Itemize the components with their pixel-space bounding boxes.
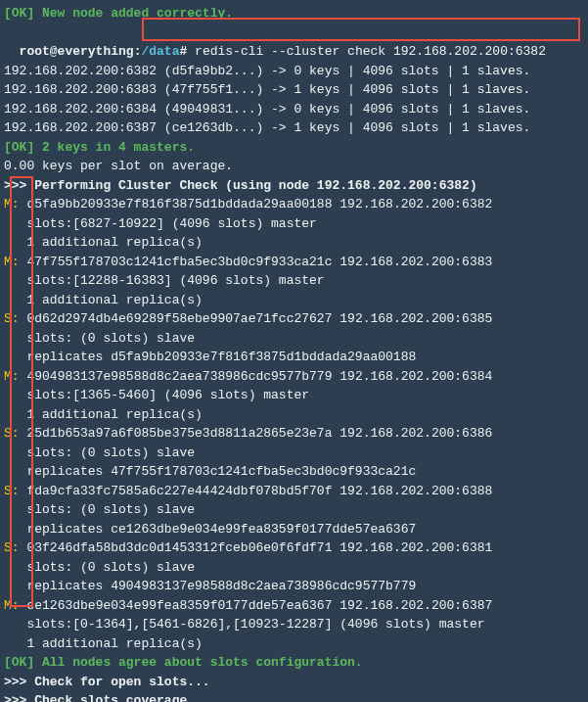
prompt-path: /data (141, 44, 179, 59)
node-role: S: (4, 426, 20, 441)
node-id: 4904983137e98588d8c2aea738986cdc9577b779… (26, 369, 492, 384)
node-extra: 1 additional replica(s) (4, 291, 584, 310)
node-role: S: (4, 540, 20, 555)
node-extra: replicates 4904983137e98588d8c2aea738986… (4, 577, 584, 596)
prompt-user: root@everything (20, 44, 134, 59)
command-text: redis-cli --cluster check 192.168.202.20… (195, 44, 546, 59)
check-open: >>> Check for open slots... (4, 673, 584, 692)
node-extra: replicates 47f755f178703c1241cfba5ec3bd0… (4, 462, 584, 482)
slot-summary-2: 192.168.202.200:6384 (49049831...) -> 0 … (4, 100, 584, 119)
node-line: S: fda9cfa33fc7585a6c227e44424dbf078bd5f… (4, 482, 584, 501)
node-role: S: (4, 484, 20, 498)
node-line: S: 03f246dfa58bd3dc0d1453312fceb06e0f6fd… (4, 538, 584, 558)
prompt-line-1[interactable]: root@everything:/data# redis-cli --clust… (4, 23, 584, 62)
ok-new-node: [OK] New node added correctly. (4, 4, 584, 23)
ok-nodes-agree: [OK] All nodes agree about slots configu… (4, 653, 584, 673)
node-id: 25d1b653a97a6f085be375e3d8811a2865e23e7a… (26, 426, 492, 441)
node-extra: replicates ce1263dbe9e034e99fea8359f0177… (4, 520, 584, 539)
node-role: M: (4, 255, 20, 269)
node-slots: slots: (0 slots) slave (4, 444, 584, 463)
node-line: M: ce1263dbe9e034e99fea8359f0177dde57ea6… (4, 596, 584, 616)
slot-summary-1: 192.168.202.200:6383 (47f755f1...) -> 1 … (4, 80, 584, 100)
prompt-end: # (179, 44, 187, 59)
node-id: fda9cfa33fc7585a6c227e44424dbf078bd5f70f… (26, 484, 492, 498)
node-slots: slots: (0 slots) slave (4, 500, 584, 520)
node-slots: slots:[6827-10922] (4096 slots) master (4, 214, 584, 234)
node-slots: slots: (0 slots) slave (4, 558, 584, 578)
node-slots: slots: (0 slots) slave (4, 329, 584, 349)
node-role: M: (4, 598, 20, 613)
node-role: M: (4, 197, 20, 211)
node-line: M: 47f755f178703c1241cfba5ec3bd0c9f933ca… (4, 253, 584, 272)
node-id: ce1263dbe9e034e99fea8359f0177dde57ea6367… (26, 598, 492, 613)
node-id: 47f755f178703c1241cfba5ec3bd0c9f933ca21c… (26, 255, 492, 269)
node-extra: replicates d5fa9bb20933e7f816f3875d1bdda… (4, 348, 584, 367)
node-slots: slots:[0-1364],[5461-6826],[10923-12287]… (4, 615, 584, 634)
perform-check: >>> Performing Cluster Check (using node… (4, 176, 584, 196)
node-id: 0d62d2974db4e69289f58ebe9907ae71fcc27627… (26, 311, 492, 326)
node-id: d5fa9bb20933e7f816f3875d1bddada29aa00188… (26, 197, 492, 211)
node-line: S: 0d62d2974db4e69289f58ebe9907ae71fcc27… (4, 309, 584, 329)
node-line: M: d5fa9bb20933e7f816f3875d1bddada29aa00… (4, 195, 584, 214)
node-role: S: (4, 311, 20, 326)
node-extra: 1 additional replica(s) (4, 233, 584, 253)
node-slots: slots:[1365-5460] (4096 slots) master (4, 386, 584, 405)
slot-summary-0: 192.168.202.200:6382 (d5fa9bb2...) -> 0 … (4, 62, 584, 81)
node-id: 03f246dfa58bd3dc0d1453312fceb06e0f6fdf71… (26, 540, 492, 555)
avg-keys: 0.00 keys per slot on average. (4, 157, 584, 176)
ok-keys: [OK] 2 keys in 4 masters. (4, 138, 584, 158)
node-slots: slots:[12288-16383] (4096 slots) master (4, 271, 584, 291)
slot-summary-3: 192.168.202.200:6387 (ce1263db...) -> 1 … (4, 118, 584, 138)
node-extra: 1 additional replica(s) (4, 634, 584, 654)
check-coverage: >>> Check slots coverage... (4, 691, 584, 702)
node-line: S: 25d1b653a97a6f085be375e3d8811a2865e23… (4, 424, 584, 444)
node-extra: 1 additional replica(s) (4, 405, 584, 425)
node-line: M: 4904983137e98588d8c2aea738986cdc9577b… (4, 367, 584, 387)
node-role: M: (4, 369, 20, 384)
